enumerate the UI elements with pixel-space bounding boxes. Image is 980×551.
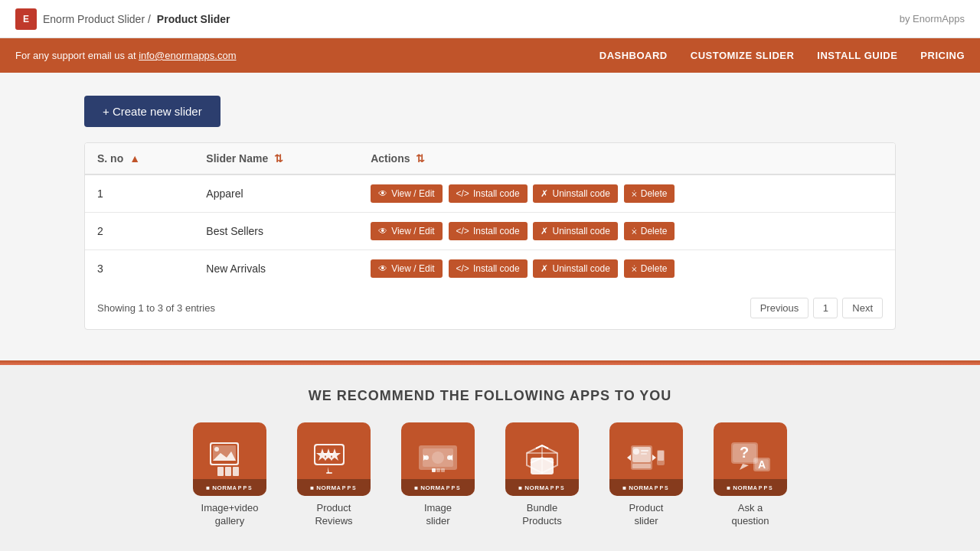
table-row: 3 New Arrivals 👁 View / Edit </> Install… <box>85 250 895 288</box>
delete-button[interactable]: ⨰ Delete <box>624 259 675 278</box>
cell-slider-name: Apparel <box>194 174 358 213</box>
uninstall-code-button[interactable]: ✗ Uninstall code <box>533 259 617 278</box>
eye-icon: 👁 <box>378 188 387 199</box>
cell-sno: 2 <box>85 213 194 250</box>
install-code-button[interactable]: </> Install code <box>449 259 528 278</box>
cell-actions: 👁 View / Edit </> Install code ✗ Uninsta… <box>358 213 895 250</box>
col-sno[interactable]: S. no ▲ <box>85 143 194 174</box>
next-button[interactable]: Next <box>842 298 883 318</box>
col-slider-name[interactable]: Slider Name ⇅ <box>194 143 358 174</box>
enorm-badge: ■ NORM APPS <box>505 479 579 496</box>
app-card-image-video-gallery[interactable]: ■ NORM APPS Image+videogallery <box>184 422 276 528</box>
nav-links: DASHBOARD CUSTOMIZE SLIDER INSTALL GUIDE… <box>599 50 965 61</box>
view-edit-button[interactable]: 👁 View / Edit <box>371 184 442 203</box>
enorm-badge: ■ NORM APPS <box>714 479 787 496</box>
cell-slider-name: New Arrivals <box>194 250 358 288</box>
previous-button[interactable]: Previous <box>750 298 809 318</box>
svg-rect-20 <box>436 468 440 472</box>
cell-slider-name: Best Sellers <box>194 213 358 250</box>
enorm-badge: ■ NORM APPS <box>297 479 371 496</box>
col-actions: Actions ⇅ <box>358 143 895 174</box>
svg-rect-19 <box>432 468 436 472</box>
app-label-image-video-gallery: Image+videogallery <box>201 502 259 528</box>
view-edit-button[interactable]: 👁 View / Edit <box>371 259 442 278</box>
x-icon: ✗ <box>541 263 548 274</box>
app-label-bundle-products: BundleProducts <box>522 502 561 528</box>
top-bar: E Enorm Product Slider / Product Slider … <box>0 0 980 38</box>
sort-icon-actions: ⇅ <box>416 152 425 165</box>
svg-point-22 <box>432 452 444 464</box>
app-icon-image-video-gallery: ■ NORM APPS <box>193 422 266 496</box>
code-icon: </> <box>456 226 469 236</box>
svg-rect-27 <box>632 464 651 468</box>
current-page: 1 <box>813 298 838 318</box>
cell-actions: 👁 View / Edit </> Install code ✗ Uninsta… <box>358 174 895 213</box>
by-label: by EnormApps <box>900 13 965 24</box>
uninstall-code-button[interactable]: ✗ Uninstall code <box>533 222 617 240</box>
nav-bar: For any support email us at info@enormap… <box>0 38 980 73</box>
app-icon-ask-question: ? A ■ NORM APPS <box>714 422 787 496</box>
pagination-controls: Previous 1 Next <box>750 298 883 318</box>
install-code-button[interactable]: </> Install code <box>449 184 528 203</box>
sliders-table: S. no ▲ Slider Name ⇅ Actions ⇅ 1 Appa <box>85 143 895 287</box>
sort-icon-name: ⇅ <box>274 152 283 165</box>
table-header-row: S. no ▲ Slider Name ⇅ Actions ⇅ <box>85 143 895 174</box>
app-card-product-reviews[interactable]: ■ NORM APPS ProductReviews <box>288 422 380 528</box>
app-icon-product-slider: ■ NORM APPS <box>609 422 683 496</box>
enorm-badge: ■ NORM APPS <box>193 479 266 496</box>
app-label-product-reviews: ProductReviews <box>315 502 352 528</box>
uninstall-code-button[interactable]: ✗ Uninstall code <box>533 184 617 203</box>
support-email-link[interactable]: info@enormapps.com <box>139 50 236 61</box>
svg-point-32 <box>633 448 639 455</box>
app-icon-bundle-products: ■ NORM APPS <box>505 422 579 496</box>
cell-sno: 3 <box>85 250 194 288</box>
eye-icon: 👁 <box>378 263 387 274</box>
recommendations-title: WE RECOMMEND THE FOLLOWING APPS TO YOU <box>15 388 965 404</box>
apps-grid: ■ NORM APPS Image+videogallery ■ NORM AP… <box>15 422 965 528</box>
delete-button[interactable]: ⨰ Delete <box>624 222 675 240</box>
view-edit-button[interactable]: 👁 View / Edit <box>371 222 442 240</box>
svg-rect-4 <box>217 467 224 476</box>
svg-rect-33 <box>641 450 648 452</box>
delete-icon: ⨰ <box>632 226 637 236</box>
nav-pricing[interactable]: PRICING <box>920 50 965 61</box>
delete-button[interactable]: ⨰ Delete <box>624 184 675 203</box>
app-logo: E <box>15 8 37 30</box>
app-label-image-slider: Imageslider <box>424 502 452 528</box>
app-label-ask-question: Ask aquestion <box>731 502 769 528</box>
app-icon-image-slider: ■ NORM APPS <box>401 422 475 496</box>
nav-install-guide[interactable]: INSTALL GUIDE <box>817 50 897 61</box>
cell-actions: 👁 View / Edit </> Install code ✗ Uninsta… <box>358 250 895 288</box>
app-icon-product-reviews: ■ NORM APPS <box>297 422 371 496</box>
recommendations-section: WE RECOMMEND THE FOLLOWING APPS TO YOU ■… <box>0 365 980 551</box>
svg-marker-29 <box>652 455 656 461</box>
sliders-table-container: S. no ▲ Slider Name ⇅ Actions ⇅ 1 Appa <box>84 142 896 330</box>
showing-text: Showing 1 to 3 of 3 entries <box>97 302 215 314</box>
enorm-badge: ■ NORM APPS <box>401 479 475 496</box>
breadcrumb: E Enorm Product Slider / Product Slider <box>15 8 230 30</box>
nav-dashboard[interactable]: DASHBOARD <box>599 50 668 61</box>
breadcrumb-prefix: Enorm Product Slider / <box>43 13 151 25</box>
sort-icon-sno: ▲ <box>129 152 140 165</box>
app-card-bundle-products[interactable]: ■ NORM APPS BundleProducts <box>496 422 588 528</box>
code-icon: </> <box>456 263 469 274</box>
eye-icon: 👁 <box>378 226 387 236</box>
svg-text:A: A <box>758 458 766 471</box>
delete-icon: ⨰ <box>632 188 637 199</box>
svg-rect-12 <box>326 472 332 474</box>
app-card-product-slider[interactable]: ■ NORM APPS Productslider <box>600 422 692 528</box>
svg-point-3 <box>214 447 219 452</box>
x-icon: ✗ <box>541 188 548 199</box>
svg-rect-6 <box>233 467 239 476</box>
svg-marker-28 <box>627 455 631 461</box>
cell-sno: 1 <box>85 174 194 213</box>
create-slider-button[interactable]: + Create new slider <box>84 96 220 127</box>
install-code-button[interactable]: </> Install code <box>449 222 528 240</box>
svg-rect-5 <box>225 467 231 476</box>
svg-rect-34 <box>641 453 647 455</box>
breadcrumb-current: Product Slider <box>157 13 230 25</box>
support-text: For any support email us at info@enormap… <box>15 50 237 61</box>
app-card-image-slider[interactable]: ■ NORM APPS Imageslider <box>392 422 484 528</box>
app-card-ask-question[interactable]: ? A ■ NORM APPS Ask aquestion <box>704 422 796 528</box>
nav-customize-slider[interactable]: CUSTOMIZE SLIDER <box>691 50 795 61</box>
